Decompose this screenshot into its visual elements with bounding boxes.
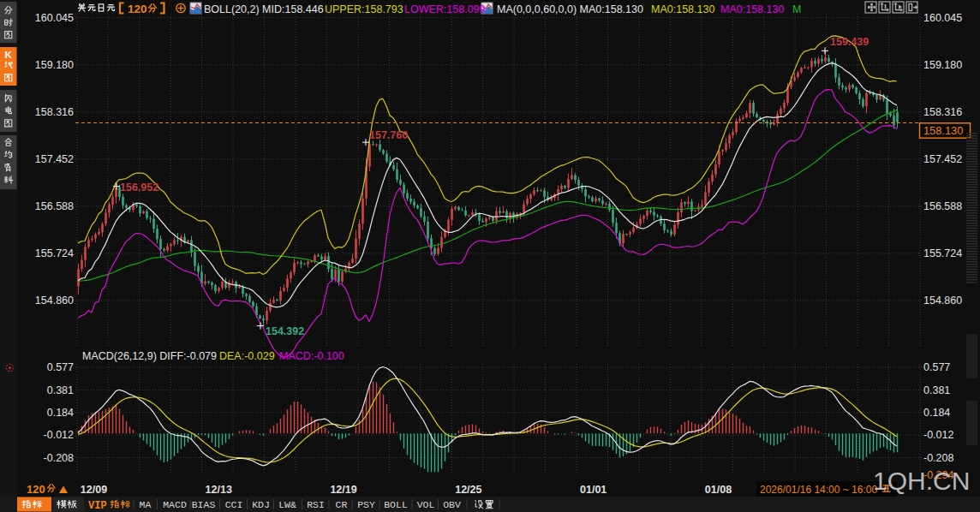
- svg-text:PSY: PSY: [357, 499, 375, 510]
- svg-text:LOWER:158.099: LOWER:158.099: [404, 3, 486, 15]
- svg-text:BOLL: BOLL: [384, 499, 408, 510]
- svg-text:KDJ: KDJ: [252, 499, 270, 510]
- svg-text:LW&: LW&: [278, 499, 296, 510]
- svg-text:01/08: 01/08: [705, 484, 732, 496]
- svg-text:0.381: 0.381: [923, 384, 950, 396]
- svg-text:12/09: 12/09: [81, 484, 107, 496]
- svg-text:12/13: 12/13: [206, 484, 232, 496]
- svg-text:MA: MA: [140, 499, 152, 510]
- svg-text:157.452: 157.452: [35, 153, 74, 165]
- svg-text:MACD: MACD: [163, 499, 187, 510]
- svg-text:0.184: 0.184: [47, 407, 74, 419]
- svg-text:157.452: 157.452: [923, 153, 962, 165]
- svg-text:159.180: 159.180: [35, 59, 74, 71]
- svg-text:155.724: 155.724: [35, 247, 74, 259]
- svg-text:159.439: 159.439: [830, 36, 869, 48]
- svg-text:154.860: 154.860: [923, 295, 962, 307]
- svg-text:154.392: 154.392: [266, 325, 304, 337]
- svg-text:-0.012: -0.012: [923, 429, 953, 441]
- svg-text:UPPER:158.793: UPPER:158.793: [325, 3, 403, 15]
- svg-text:1QH.CN: 1QH.CN: [873, 467, 970, 495]
- svg-text:120: 120: [128, 3, 147, 15]
- svg-text:DEA:-0.029: DEA:-0.029: [219, 350, 275, 362]
- svg-text:-0.208: -0.208: [923, 452, 953, 464]
- svg-text:OBV: OBV: [443, 499, 461, 510]
- svg-text:159.180: 159.180: [923, 59, 962, 71]
- svg-text:MA0:158.130: MA0:158.130: [651, 3, 714, 15]
- svg-text:M: M: [792, 3, 801, 15]
- svg-text:156.952: 156.952: [120, 182, 158, 193]
- svg-text:158.316: 158.316: [35, 106, 74, 118]
- svg-text:0.577: 0.577: [47, 361, 74, 373]
- svg-text:157.760: 157.760: [369, 129, 408, 141]
- svg-text:MA(0,0,0,60,0,0) MA0:158.130: MA(0,0,0,60,0,0) MA0:158.130: [497, 3, 643, 15]
- svg-text:MA0:158.130: MA0:158.130: [720, 3, 784, 15]
- svg-text:120: 120: [27, 483, 45, 496]
- svg-text:MACD(26,12,9) DIFF:-0.079: MACD(26,12,9) DIFF:-0.079: [82, 350, 217, 362]
- svg-text:RSI: RSI: [307, 499, 325, 510]
- svg-text:01/01: 01/01: [580, 484, 607, 496]
- svg-text:MACD:-0.100: MACD:-0.100: [279, 350, 344, 362]
- svg-text:CR: CR: [336, 499, 348, 510]
- svg-text:160.045: 160.045: [923, 12, 962, 24]
- svg-text:BOLL(20,2) MID:158.446: BOLL(20,2) MID:158.446: [204, 3, 324, 15]
- svg-text:0.184: 0.184: [923, 407, 950, 419]
- svg-text:155.724: 155.724: [923, 247, 962, 259]
- svg-text:VOL: VOL: [417, 499, 435, 510]
- svg-text:154.860: 154.860: [35, 295, 74, 307]
- svg-text:0.577: 0.577: [923, 361, 950, 373]
- svg-text:BIAS: BIAS: [192, 499, 216, 510]
- svg-text:-0.208: -0.208: [44, 452, 74, 464]
- svg-text:0.381: 0.381: [47, 384, 74, 396]
- svg-text:158.130: 158.130: [923, 124, 963, 137]
- svg-text:160.045: 160.045: [35, 12, 74, 24]
- svg-text:156.588: 156.588: [35, 200, 74, 212]
- svg-text:156.588: 156.588: [923, 200, 962, 212]
- svg-text:2026/01/16 14:00 ~ 16:00: 2026/01/16 14:00 ~ 16:00: [760, 484, 877, 496]
- svg-text:12/19: 12/19: [330, 484, 356, 496]
- svg-text:-0.012: -0.012: [44, 429, 74, 441]
- svg-text:158.316: 158.316: [923, 106, 962, 118]
- svg-text:CCI: CCI: [225, 499, 243, 510]
- svg-text:VIP: VIP: [88, 500, 107, 512]
- svg-text:12/25: 12/25: [455, 484, 481, 496]
- svg-text:K: K: [5, 50, 13, 60]
